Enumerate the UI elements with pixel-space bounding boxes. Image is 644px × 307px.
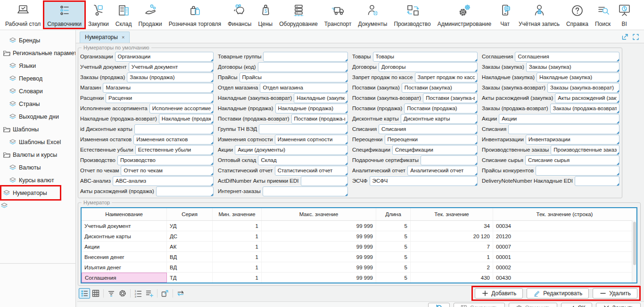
cancel-button[interactable]: Отменить (509, 303, 558, 307)
field-input[interactable] (129, 64, 213, 70)
sidebar-item[interactable]: Бренды (0, 34, 75, 47)
view-list-button[interactable] (79, 288, 90, 299)
toolbar-item-documents[interactable]: Документы (355, 1, 390, 28)
add-button[interactable]: Добавить (475, 288, 523, 299)
field-input[interactable] (408, 168, 477, 173)
refresh-button[interactable] (428, 303, 450, 307)
view-table-button[interactable] (90, 288, 101, 299)
sidebar-item[interactable]: Курсы валют (0, 174, 75, 186)
table-row[interactable]: АкцииАК199 9995700007 (82, 242, 636, 252)
sidebar-item[interactable]: Шаблоны (0, 123, 75, 136)
sidebar-item[interactable]: Шаблоны Excel (0, 136, 75, 148)
field-input[interactable] (275, 137, 347, 142)
toolbar-item-catalog[interactable]: Справочники (44, 1, 84, 28)
field-input[interactable] (509, 126, 619, 132)
field-input[interactable] (116, 54, 213, 59)
field-input[interactable] (515, 54, 619, 59)
field-input[interactable] (551, 147, 619, 153)
toolbar-item-account[interactable]: Учётная запись (516, 1, 562, 28)
toolbar-item-sales[interactable]: Продажи (136, 1, 165, 28)
table-row[interactable]: Внесения денегВД199 9995100001 (82, 252, 636, 262)
tab-close-icon[interactable]: × (122, 34, 124, 40)
sidebar-item[interactable]: Валюты (0, 161, 75, 174)
sync-button[interactable] (175, 288, 186, 299)
add-list-button[interactable] (144, 288, 155, 299)
fullscreen-icon[interactable] (632, 33, 639, 40)
sidebar-item[interactable]: Региональные параметры (0, 47, 75, 59)
field-input[interactable] (113, 178, 213, 184)
table-row[interactable]: СоглашенияТД199 999543000430 (82, 273, 636, 283)
sidebar-item[interactable]: Валюты и курсы (0, 148, 75, 161)
field-input[interactable] (127, 74, 213, 80)
toolbar-item-retail[interactable]: Розничная торговля (166, 1, 224, 28)
field-input[interactable] (527, 64, 619, 70)
field-input[interactable] (263, 188, 347, 194)
field-input[interactable] (240, 74, 348, 80)
field-input[interactable] (402, 85, 477, 90)
table-row[interactable]: Учетный документУД199 99953400034 (82, 221, 636, 231)
field-input[interactable] (118, 157, 213, 163)
field-input[interactable] (259, 126, 347, 132)
table-row[interactable]: Дисконтные картыДС199 999520 12020120 (82, 231, 636, 242)
numbered-list-button[interactable]: 123 (132, 288, 144, 299)
field-input[interactable] (379, 64, 477, 70)
popout-icon[interactable] (621, 33, 628, 40)
sidebar-item[interactable]: Нумераторы (0, 186, 75, 199)
toolbar-item-desktop[interactable]: Рабочий стол (2, 1, 43, 28)
field-input[interactable] (385, 137, 477, 142)
sidebar-item[interactable]: Выходные дни (0, 110, 75, 123)
field-input[interactable] (260, 85, 347, 90)
sidebar-item[interactable]: Перевод (0, 72, 75, 85)
toolbar-item-search[interactable]: Поиск (592, 1, 613, 28)
toolbar-item-administration[interactable]: Администрирование (435, 1, 494, 28)
field-input[interactable] (294, 95, 347, 101)
field-input[interactable] (526, 157, 619, 163)
field-input[interactable] (423, 95, 477, 101)
toolbar-item-bi[interactable]: BI (614, 1, 634, 28)
toolbar-item-finance[interactable]: Финансы (225, 1, 254, 28)
field-input[interactable] (258, 157, 347, 163)
field-input[interactable] (370, 178, 477, 184)
field-input[interactable] (536, 168, 619, 173)
field-input[interactable] (135, 126, 213, 132)
sidebar-item[interactable] (0, 199, 75, 212)
toolbar-item-prices[interactable]: $Цены (255, 1, 275, 28)
field-input[interactable] (275, 168, 347, 173)
field-input[interactable] (159, 116, 213, 121)
table-row[interactable]: Изъятия денегВД199 9995200002 (82, 262, 636, 273)
field-input[interactable] (405, 105, 477, 111)
sidebar-item[interactable]: Словари (0, 85, 75, 97)
scrollbar-thumb[interactable] (633, 222, 636, 265)
field-input[interactable] (264, 54, 347, 59)
field-input[interactable] (134, 137, 213, 142)
table-scrollbar[interactable] (632, 220, 636, 283)
field-input[interactable] (379, 126, 477, 132)
field-input[interactable] (292, 116, 347, 121)
filter-button[interactable] (106, 288, 117, 299)
field-input[interactable] (301, 178, 348, 184)
toolbar-item-chat[interactable]: Чат (495, 1, 515, 28)
toolbar-item-equipment[interactable]: Оборудование (276, 1, 321, 28)
field-input[interactable] (258, 64, 347, 70)
ok-button[interactable]: ОК (561, 303, 592, 307)
toolbar-item-help[interactable]: Справка (563, 1, 591, 28)
sidebar-item[interactable]: Страны (0, 97, 75, 110)
field-input[interactable] (157, 188, 213, 194)
toolbar-item-production[interactable]: Производство (391, 1, 433, 28)
field-input[interactable] (551, 105, 619, 111)
field-input[interactable] (421, 157, 477, 163)
field-input[interactable] (575, 178, 619, 184)
close-button[interactable]: Закрыть (596, 303, 641, 307)
edit-button[interactable]: Редактировать (527, 288, 589, 299)
save-button[interactable]: Сохранить (454, 303, 505, 307)
field-input[interactable] (526, 137, 619, 142)
field-input[interactable] (415, 74, 477, 80)
settings-button[interactable] (117, 288, 128, 299)
tab-numerators[interactable]: Нумераторы × (80, 32, 130, 43)
field-input[interactable] (401, 116, 477, 121)
field-input[interactable] (106, 95, 213, 101)
toolbar-item-purchases[interactable]: Закупки (85, 1, 112, 28)
toolbar-item-transport[interactable]: Транспорт (322, 1, 355, 28)
field-input[interactable] (235, 147, 347, 153)
field-input[interactable] (393, 147, 477, 153)
